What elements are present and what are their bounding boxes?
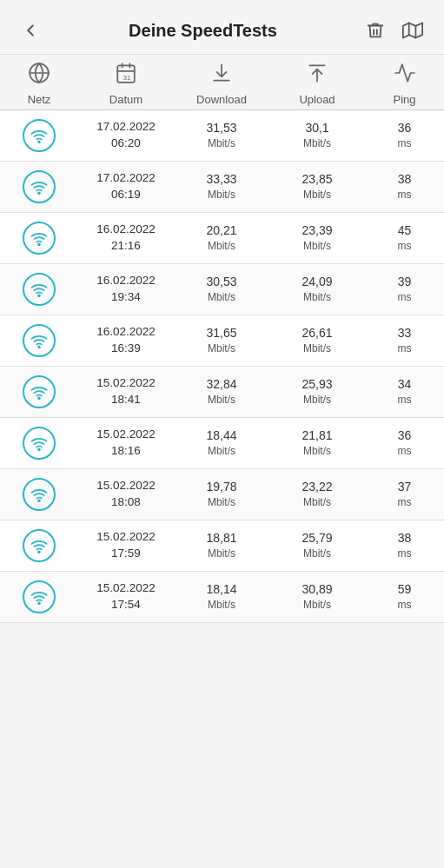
cell-upload: 21,81 Mbit/s [269,427,365,459]
cell-upload: 25,79 Mbit/s [269,530,365,561]
cell-ping-value: 37 [365,479,444,496]
cell-time: 17:59 [78,546,174,562]
svg-point-15 [38,295,40,296]
svg-marker-0 [403,23,422,37]
cell-ping-value: 33 [365,325,444,342]
cell-upload-value: 26,61 [269,325,365,342]
table-row[interactable]: 17.02.2022 06:19 33,33 Mbit/s 23,85 Mbit… [0,162,444,213]
cell-upload-unit: Mbit/s [269,239,365,254]
table-row[interactable]: 15.02.2022 17:59 18,81 Mbit/s 25,79 Mbit… [0,520,444,572]
cell-datum: 16.02.2022 21:16 [78,222,174,255]
cell-time: 21:16 [78,238,174,255]
cell-download: 18,14 Mbit/s [174,581,269,613]
cell-time: 19:34 [78,289,174,306]
wifi-icon [23,324,56,357]
cell-upload-value: 25,79 [269,530,365,547]
cell-download-value: 32,84 [174,376,269,394]
cell-netz [0,119,78,152]
cell-ping: 38 ms [365,530,444,561]
table-row[interactable]: 16.02.2022 16:39 31,65 Mbit/s 26,61 Mbit… [0,315,444,367]
cell-ping-value: 36 [365,120,444,137]
cell-netz [0,580,78,613]
col-header-upload: Upload [269,62,365,106]
cell-date: 15.02.2022 [78,375,174,392]
cell-ping-value: 59 [365,581,444,599]
cell-download-value: 18,81 [174,530,269,547]
wifi-icon [23,273,56,306]
cell-upload-unit: Mbit/s [269,188,365,202]
svg-point-12 [38,141,40,142]
table-row[interactable]: 16.02.2022 19:34 30,53 Mbit/s 24,09 Mbit… [0,264,444,315]
wifi-icon [23,170,56,203]
cell-upload-value: 23,39 [269,222,365,240]
wifi-icon [23,478,56,511]
wifi-icon [23,222,56,255]
cell-upload-unit: Mbit/s [269,290,365,305]
cell-download: 33,33 Mbit/s [174,171,269,202]
table-row[interactable]: 16.02.2022 21:16 20,21 Mbit/s 23,39 Mbit… [0,213,444,264]
cell-upload: 23,22 Mbit/s [269,479,365,510]
app-header: Deine SpeedTests [0,0,444,55]
cell-netz [0,222,78,255]
cell-upload: 30,89 Mbit/s [269,581,365,613]
cell-download-unit: Mbit/s [174,547,269,561]
cell-date: 15.02.2022 [78,478,174,494]
cell-download-value: 33,33 [174,171,269,189]
cell-download: 18,44 Mbit/s [174,427,269,459]
cell-time: 18:41 [78,392,174,408]
wifi-icon [23,427,56,460]
cell-download-unit: Mbit/s [174,136,269,151]
cell-download-value: 18,44 [174,427,269,445]
map-button[interactable] [395,14,430,47]
globe-icon [28,62,50,89]
cell-upload-unit: Mbit/s [269,444,365,459]
cell-time: 18:16 [78,443,174,460]
cell-ping: 36 ms [365,427,444,459]
cell-download-unit: Mbit/s [174,290,269,305]
header-actions [359,14,430,47]
cell-date: 15.02.2022 [78,529,174,546]
cell-ping-unit: ms [365,239,444,254]
cell-upload: 30,1 Mbit/s [269,120,365,151]
cell-datum: 17.02.2022 06:20 [78,119,174,152]
cell-date: 15.02.2022 [78,580,174,597]
table-row[interactable]: 15.02.2022 17:54 18,14 Mbit/s 30,89 Mbit… [0,572,444,623]
svg-point-14 [38,243,40,245]
cell-download-unit: Mbit/s [174,188,269,202]
cell-datum: 17.02.2022 06:19 [78,170,174,203]
cell-ping-unit: ms [365,393,444,407]
cell-upload-unit: Mbit/s [269,341,365,356]
wifi-icon [23,529,56,562]
cell-datum: 16.02.2022 16:39 [78,324,174,357]
cell-download-unit: Mbit/s [174,341,269,356]
cell-netz [0,273,78,306]
cell-ping-value: 36 [365,427,444,445]
delete-button[interactable] [359,14,392,47]
back-button[interactable] [14,14,47,47]
cell-download: 31,53 Mbit/s [174,120,269,151]
col-header-netz: Netz [0,62,78,106]
table-row[interactable]: 15.02.2022 18:08 19,78 Mbit/s 23,22 Mbit… [0,469,444,520]
cell-download-unit: Mbit/s [174,444,269,459]
cell-datum: 16.02.2022 19:34 [78,273,174,306]
cell-ping-unit: ms [365,341,444,356]
cell-upload: 26,61 Mbit/s [269,325,365,356]
cell-time: 16:39 [78,341,174,357]
cell-time: 18:08 [78,494,174,511]
calendar-icon: 31 [115,62,137,89]
cell-datum: 15.02.2022 18:41 [78,375,174,408]
cell-upload-unit: Mbit/s [269,598,365,613]
column-headers: Netz 31 Datum Download [0,55,444,110]
table-row[interactable]: 17.02.2022 06:20 31,53 Mbit/s 30,1 Mbit/… [0,110,444,162]
svg-point-20 [38,551,40,553]
cell-date: 16.02.2022 [78,324,174,341]
wifi-icon [23,119,56,152]
table-row[interactable]: 15.02.2022 18:41 32,84 Mbit/s 25,93 Mbit… [0,367,444,418]
col-header-datum: 31 Datum [78,62,174,106]
cell-download-unit: Mbit/s [174,239,269,254]
cell-upload: 25,93 Mbit/s [269,376,365,407]
cell-date: 17.02.2022 [78,170,174,187]
cell-download: 19,78 Mbit/s [174,479,269,510]
table-row[interactable]: 15.02.2022 18:16 18,44 Mbit/s 21,81 Mbit… [0,418,444,469]
cell-upload-unit: Mbit/s [269,136,365,151]
